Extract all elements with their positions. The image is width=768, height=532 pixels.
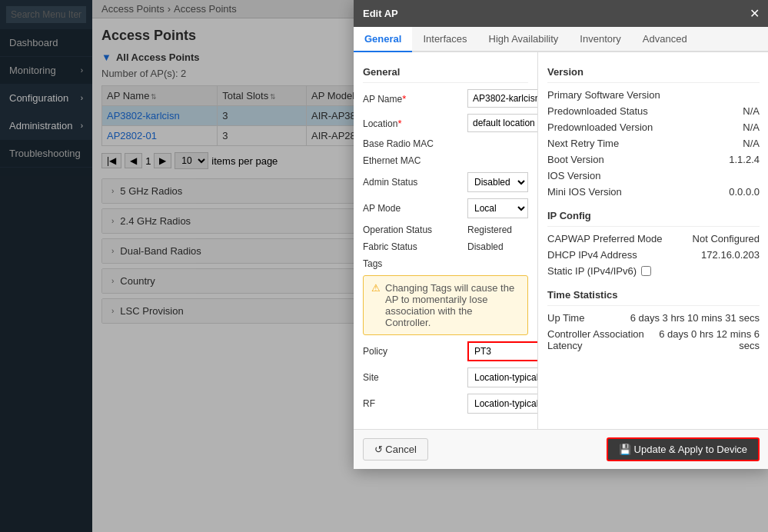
- operation-status-label: Operation Status: [363, 224, 463, 235]
- tags-row: Tags: [363, 258, 528, 269]
- predownloaded-version-row: Predownloaded Version N/A: [547, 121, 760, 133]
- static-ip-label: Static IP (IPv4/IPv6): [547, 265, 637, 277]
- next-retry-time-value: N/A: [743, 138, 760, 149]
- ap-mode-label: AP Mode: [363, 203, 463, 214]
- ap-name-label: AP Name*: [363, 93, 463, 105]
- tab-advanced[interactable]: Advanced: [632, 27, 698, 52]
- cancel-button[interactable]: ↺ Cancel: [363, 438, 428, 461]
- tab-interfaces[interactable]: Interfaces: [412, 27, 477, 52]
- mini-ios-version-label: Mini IOS Version: [547, 186, 622, 198]
- admin-status-label: Admin Status: [363, 177, 463, 188]
- location-input[interactable]: [467, 114, 538, 132]
- time-stats-title: Time Statistics: [547, 284, 760, 306]
- modal-footer: ↺ Cancel 💾 Update & Apply to Device: [354, 429, 768, 469]
- operation-status-row: Operation Status Registered: [363, 224, 528, 235]
- admin-status-select[interactable]: Disabled Enabled: [467, 172, 528, 192]
- dhcp-ipv4-row: DHCP IPv4 Address 172.16.0.203: [547, 249, 760, 261]
- boot-version-row: Boot Version 1.1.2.4: [547, 154, 760, 165]
- ios-version-label: IOS Version: [547, 170, 600, 181]
- admin-status-row: Admin Status Disabled Enabled: [363, 172, 528, 192]
- time-stats-section: Time Statistics Up Time 6 days 3 hrs 10 …: [547, 284, 760, 351]
- controller-latency-label: Controller Association Latency: [547, 328, 658, 351]
- modal-close-button[interactable]: ✕: [750, 6, 760, 21]
- ethernet-mac-label: Ethernet MAC: [363, 155, 463, 166]
- tab-high-availability[interactable]: High Availability: [478, 27, 570, 52]
- uptime-row: Up Time 6 days 3 hrs 10 mins 31 secs: [547, 312, 760, 324]
- predownloaded-status-row: Predownloaded Status N/A: [547, 105, 760, 117]
- base-radio-mac-label: Base Radio MAC: [363, 138, 463, 149]
- ap-mode-select[interactable]: Local Monitor Sniffer: [467, 198, 528, 218]
- next-retry-time-label: Next Retry Time: [547, 138, 619, 149]
- warning-icon: ⚠: [371, 282, 381, 294]
- ethernet-mac-row: Ethernet MAC 00 ···········: [363, 155, 528, 166]
- ios-version-value: ··:····:··: [732, 170, 760, 181]
- dhcp-ipv4-label: DHCP IPv4 Address: [547, 249, 637, 261]
- uptime-label: Up Time: [547, 312, 584, 324]
- ip-config-section: IP Config CAPWAP Preferred Mode Not Conf…: [547, 205, 760, 277]
- operation-status-value: Registered: [467, 224, 528, 235]
- static-ip-row: Static IP (IPv4/IPv6): [547, 265, 760, 277]
- primary-sw-version-label: Primary Software Version: [547, 89, 660, 101]
- ap-name-row: AP Name*: [363, 89, 528, 108]
- fabric-status-row: Fabric Status Disabled: [363, 241, 528, 252]
- controller-latency-row: Controller Association Latency 6 days 0 …: [547, 328, 760, 351]
- site-label: Site: [363, 372, 463, 383]
- modal-right-panel: Version Primary Software Version ····· P…: [538, 52, 768, 429]
- general-section-title: General: [363, 62, 528, 83]
- predownloaded-version-label: Predownloaded Version: [547, 121, 653, 133]
- ethernet-mac-value: 00 ···········: [467, 155, 528, 166]
- edit-ap-modal: Edit AP ✕ GeneralInterfacesHigh Availabi…: [354, 0, 768, 469]
- update-apply-button[interactable]: 💾 Update & Apply to Device: [607, 437, 760, 461]
- modal-title: Edit AP: [363, 8, 398, 19]
- fabric-status-label: Fabric Status: [363, 241, 463, 252]
- next-retry-time-row: Next Retry Time N/A: [547, 138, 760, 149]
- predownloaded-status-value: N/A: [743, 105, 760, 117]
- location-label: Location*: [363, 118, 463, 129]
- ip-config-title: IP Config: [547, 205, 760, 227]
- policy-wrapper: PT3 default-policy-tag: [467, 341, 538, 361]
- tab-general[interactable]: General: [354, 27, 412, 52]
- ap-mode-row: AP Mode Local Monitor Sniffer: [363, 198, 528, 218]
- modal-header: Edit AP ✕: [354, 0, 768, 27]
- site-row: Site Location-typical-den: [363, 367, 528, 387]
- fabric-status-value: Disabled: [467, 241, 528, 252]
- policy-select[interactable]: PT3 default-policy-tag: [471, 345, 538, 357]
- policy-row: Policy PT3 default-policy-tag: [363, 341, 528, 361]
- boot-version-label: Boot Version: [547, 154, 604, 165]
- modal-left-panel: General AP Name* Location* Base Radio MA…: [354, 52, 538, 429]
- mini-ios-version-value: 0.0.0.0: [729, 186, 760, 198]
- predownloaded-version-value: N/A: [743, 121, 760, 133]
- modal-body: General AP Name* Location* Base Radio MA…: [354, 52, 768, 429]
- controller-latency-value: 6 days 0 hrs 12 mins 6 secs: [658, 328, 760, 351]
- cancel-icon: ↺: [374, 444, 383, 455]
- tags-label: Tags: [363, 258, 463, 269]
- policy-label: Policy: [363, 346, 463, 357]
- tab-inventory[interactable]: Inventory: [569, 27, 631, 52]
- location-row: Location*: [363, 114, 528, 132]
- mini-ios-version-row: Mini IOS Version 0.0.0.0: [547, 186, 760, 198]
- rf-row: RF Location-typical-den: [363, 394, 528, 414]
- primary-sw-version-value: ·····: [746, 89, 760, 101]
- dhcp-ipv4-value: 172.16.0.203: [701, 249, 760, 261]
- static-ip-checkbox[interactable]: [641, 266, 651, 276]
- primary-sw-version-row: Primary Software Version ·····: [547, 89, 760, 101]
- version-section-title: Version: [547, 62, 760, 83]
- uptime-value: 6 days 3 hrs 10 mins 31 secs: [630, 312, 760, 324]
- base-radio-mac-row: Base Radio MAC 00 *·········: [363, 138, 528, 149]
- ap-name-input[interactable]: [467, 89, 538, 108]
- base-radio-mac-value: 00 *·········: [467, 138, 528, 149]
- rf-label: RF: [363, 398, 463, 409]
- site-select[interactable]: Location-typical-den: [467, 367, 538, 387]
- save-icon: 💾: [619, 444, 631, 455]
- modal-overlay: Edit AP ✕ GeneralInterfacesHigh Availabi…: [0, 0, 768, 532]
- cancel-label: Cancel: [385, 444, 416, 455]
- modal-tabs: GeneralInterfacesHigh AvailabilityInvent…: [354, 27, 768, 52]
- capwap-mode-row: CAPWAP Preferred Mode Not Configured: [547, 233, 760, 244]
- tags-warning: ⚠ Changing Tags will cause the AP to mom…: [363, 275, 528, 335]
- boot-version-value: 1.1.2.4: [729, 154, 760, 165]
- ios-version-row: IOS Version ··:····:··: [547, 170, 760, 181]
- predownloaded-status-label: Predownloaded Status: [547, 105, 648, 117]
- capwap-mode-label: CAPWAP Preferred Mode: [547, 233, 663, 244]
- capwap-mode-value: Not Configured: [693, 233, 760, 244]
- rf-select[interactable]: Location-typical-den: [467, 394, 538, 414]
